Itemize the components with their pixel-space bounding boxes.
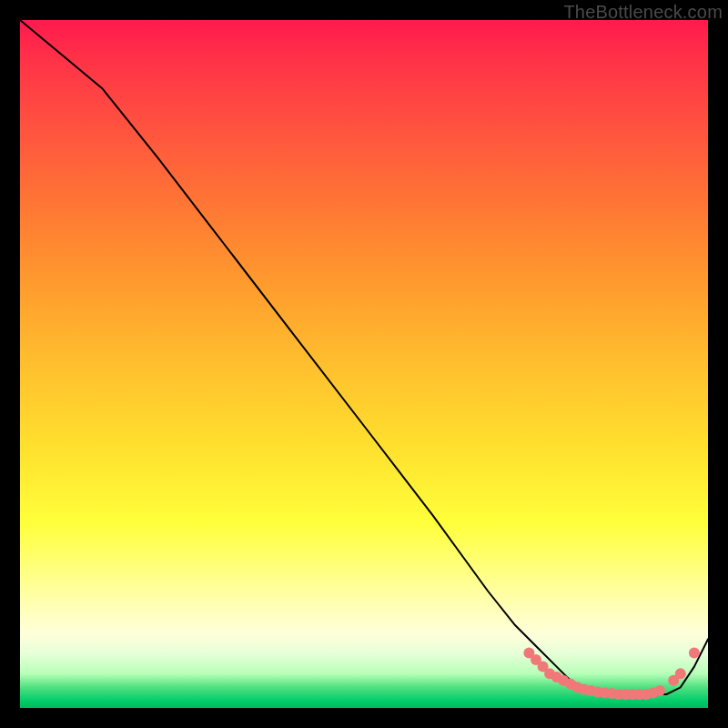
marker-dot [689, 648, 700, 659]
chart-frame: TheBottleneck.com [0, 0, 728, 728]
plot-area [20, 20, 708, 708]
marker-dot [675, 668, 686, 679]
curve-svg [20, 20, 708, 708]
watermark-text: TheBottleneck.com [563, 2, 723, 23]
bottleneck-curve [20, 20, 708, 694]
marker-dot [654, 685, 665, 696]
